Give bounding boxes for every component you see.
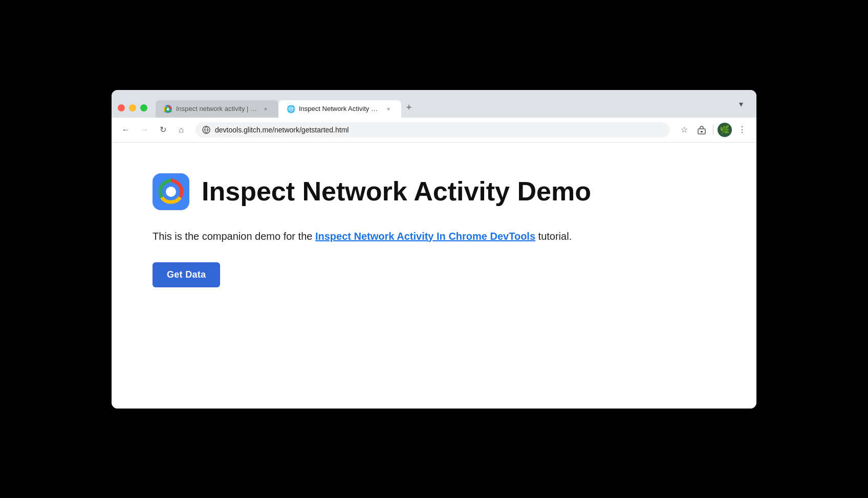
page-description: This is the companion demo for the Inspe… xyxy=(153,229,726,244)
profile-avatar: 🌿 xyxy=(718,123,732,137)
tab-2-title: Inspect Network Activity Dem xyxy=(299,105,380,112)
extension-button[interactable] xyxy=(693,122,710,138)
nav-divider xyxy=(713,125,713,135)
tab-1[interactable]: Inspect network activity | Ch × xyxy=(156,100,278,118)
description-prefix: This is the companion demo for the xyxy=(153,231,315,242)
site-info-icon[interactable] xyxy=(202,125,211,134)
page-header: Inspect Network Activity Demo xyxy=(153,173,726,210)
globe-favicon-icon: 🌐 xyxy=(287,105,295,113)
minimize-window-button[interactable] xyxy=(129,104,136,111)
nav-right-icons: ☆ 🌿 ⋮ xyxy=(676,122,750,138)
address-text: devtools.glitch.me/network/getstarted.ht… xyxy=(215,126,664,134)
svg-rect-5 xyxy=(701,131,703,132)
tab-actions: ▾ xyxy=(732,95,750,118)
devtools-link[interactable]: Inspect Network Activity In Chrome DevTo… xyxy=(315,231,535,242)
tab-2-close-button[interactable]: × xyxy=(384,104,393,114)
reload-button[interactable]: ↻ xyxy=(155,122,171,138)
tabs-container: Inspect network activity | Ch × 🌐 Inspec… xyxy=(156,100,732,118)
svg-point-9 xyxy=(167,188,175,196)
get-data-button[interactable]: Get Data xyxy=(153,262,220,287)
chrome-logo xyxy=(153,173,189,210)
back-button[interactable]: ← xyxy=(118,122,134,138)
title-bar: Inspect network activity | Ch × 🌐 Inspec… xyxy=(112,90,756,118)
more-menu-button[interactable]: ⋮ xyxy=(734,122,750,138)
bookmark-button[interactable]: ☆ xyxy=(676,122,692,138)
page-title: Inspect Network Activity Demo xyxy=(202,177,591,206)
home-button[interactable]: ⌂ xyxy=(173,122,189,138)
tab-1-close-button[interactable]: × xyxy=(261,104,270,114)
chrome-favicon-icon xyxy=(164,105,172,113)
forward-button[interactable]: → xyxy=(136,122,153,138)
page-content: Inspect Network Activity Demo This is th… xyxy=(112,143,756,409)
description-suffix: tutorial. xyxy=(535,231,572,242)
tab-2[interactable]: 🌐 Inspect Network Activity Dem × xyxy=(278,100,401,118)
maximize-window-button[interactable] xyxy=(140,104,147,111)
tab-dropdown-button[interactable]: ▾ xyxy=(732,95,750,114)
nav-bar: ← → ↻ ⌂ devtools.glitch.me/network/getst… xyxy=(112,118,756,143)
browser-window: Inspect network activity | Ch × 🌐 Inspec… xyxy=(112,90,756,409)
traffic-lights xyxy=(118,104,147,118)
address-bar[interactable]: devtools.glitch.me/network/getstarted.ht… xyxy=(196,122,670,138)
new-tab-button[interactable]: + xyxy=(401,100,417,116)
tab-1-title: Inspect network activity | Ch xyxy=(176,105,257,112)
close-window-button[interactable] xyxy=(118,104,125,111)
profile-button[interactable]: 🌿 xyxy=(717,122,733,138)
